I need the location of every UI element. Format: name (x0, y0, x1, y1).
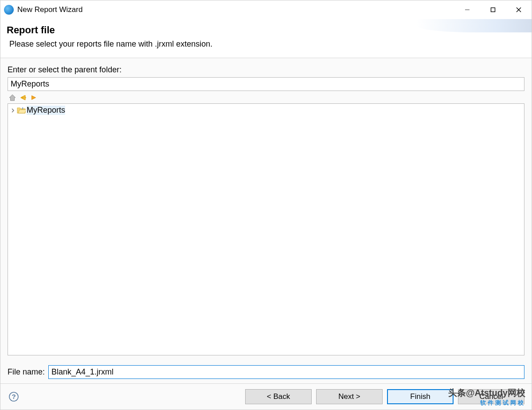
minimize-button[interactable] (454, 0, 480, 19)
file-name-label: File name: (8, 367, 45, 377)
minimize-icon (464, 7, 470, 13)
content-area: Enter or select the parent folder: J (0, 58, 532, 383)
titlebar: New Report Wizard (0, 0, 532, 19)
close-button[interactable] (506, 0, 532, 19)
chevron-right-icon[interactable] (10, 106, 16, 115)
next-button[interactable]: Next > (316, 389, 383, 404)
svg-text:?: ? (12, 393, 16, 400)
back-arrow-icon[interactable] (19, 94, 27, 102)
forward-arrow-icon[interactable] (30, 94, 38, 102)
app-icon (4, 5, 14, 15)
banner: Report file Please select your reports f… (0, 19, 532, 58)
tree-nav-row (8, 91, 524, 103)
help-icon: ? (8, 391, 19, 402)
folder-tree[interactable]: J MyReports (8, 103, 524, 355)
cancel-button[interactable]: Cancel (458, 389, 524, 404)
parent-folder-input[interactable] (8, 77, 524, 91)
file-name-input[interactable] (48, 365, 524, 379)
banner-decoration (416, 19, 532, 32)
svg-rect-1 (491, 8, 495, 12)
maximize-button[interactable] (480, 0, 506, 19)
window-title: New Report Wizard (17, 5, 82, 14)
svg-text:J: J (22, 107, 23, 110)
back-button[interactable]: < Back (245, 389, 312, 404)
wizard-window: New Report Wizard Report file Please sel… (0, 0, 532, 410)
file-name-row: File name: (8, 365, 524, 379)
finish-button[interactable]: Finish (387, 389, 454, 404)
home-icon[interactable] (8, 94, 16, 102)
folder-open-icon: J (17, 106, 26, 114)
banner-subtitle: Please select your reports file name wit… (9, 39, 525, 49)
tree-item-myreports[interactable]: J MyReports (10, 105, 522, 115)
button-bar: ? < Back Next > Finish Cancel 头条@Atstudy… (0, 383, 532, 410)
caption-buttons (454, 0, 532, 19)
close-icon (516, 7, 522, 13)
maximize-icon (490, 7, 496, 13)
tree-item-label: MyReports (27, 106, 65, 115)
parent-folder-label: Enter or select the parent folder: (8, 65, 524, 75)
help-button[interactable]: ? (8, 390, 20, 403)
